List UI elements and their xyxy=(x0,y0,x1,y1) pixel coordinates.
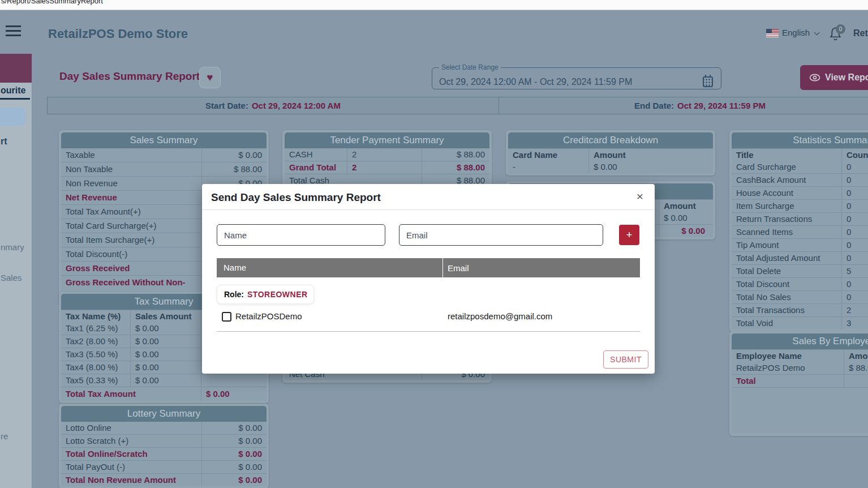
card-name: - xyxy=(508,161,588,173)
role-label: Role: xyxy=(224,290,244,299)
tender-name: CASH xyxy=(285,148,347,161)
stat-title: Item Surcharge xyxy=(732,200,841,212)
sidebar-brand-block xyxy=(0,54,32,83)
row-value: $ 0.00 xyxy=(201,148,267,162)
table-title: Sales Summary xyxy=(61,132,267,148)
name-input[interactable] xyxy=(217,224,385,246)
sales-amount: $ 0.00 xyxy=(130,322,201,335)
table-row: Lotto Scratch (+) $ 0.00 xyxy=(61,434,267,447)
close-icon[interactable]: × xyxy=(637,190,643,203)
table-row: Lotto Online $ 0.00 xyxy=(61,422,267,434)
row-label: Total Card Surcharge(+) xyxy=(61,219,201,233)
sidebar-tab-favourite[interactable]: ourite xyxy=(1,85,25,96)
card-amount: $ 0.00 xyxy=(588,161,713,173)
table-title: Lottery Summary xyxy=(61,406,267,422)
employee-total-row: Total xyxy=(732,374,868,387)
email-column-header: Email xyxy=(443,263,469,273)
table-title: Creditcard Breakdown xyxy=(508,132,713,148)
tax-name: Tax1 (6.25 %) xyxy=(61,322,130,335)
email-input[interactable] xyxy=(399,224,603,246)
recipient-name: RetailzPOSDemo xyxy=(235,311,302,321)
table-row: Total No Sales 0 xyxy=(732,290,868,303)
sidebar-item-store[interactable]: re xyxy=(1,431,8,441)
us-flag-icon xyxy=(766,29,779,37)
stat-count: 5 xyxy=(841,265,868,277)
modal-divider xyxy=(217,331,640,332)
column-header-row: Employee Name Amount xyxy=(732,349,868,362)
sidebar-item-summary[interactable]: nmary xyxy=(1,242,24,252)
date-range-value[interactable]: Oct 29, 2024 12:00 AM - Oct 29, 2024 11:… xyxy=(439,77,632,87)
row-label: Net Revenue xyxy=(61,191,201,204)
table-row: Grand Total 2 $ 88.00 xyxy=(285,161,489,174)
table-row: Total Non Revenue Amount $ 0.00 xyxy=(61,473,267,486)
browser-status-bar: s/Report/SalesSummaryReport xyxy=(0,0,868,10)
sidebar-item-report[interactable]: rt xyxy=(1,136,7,147)
sales-amount: $ 0.00 xyxy=(130,335,201,348)
row-value: $ 0.00 xyxy=(201,435,267,447)
view-report-button[interactable]: View Report xyxy=(800,65,868,90)
stat-title: Total No Sales xyxy=(732,291,841,303)
stat-title: Card Surcharge xyxy=(732,161,841,173)
sidebar: ourite rt nmary Sales re xyxy=(0,54,32,488)
end-date-value: Oct 29, 2024 11:59 PM xyxy=(677,101,766,110)
table-row: CashBack Amount 0 xyxy=(732,173,868,186)
table-row: Non Taxable $ 88.00 xyxy=(61,162,267,176)
calendar-icon[interactable] xyxy=(703,76,713,87)
modal-header: Send Day Sales Summary Report × xyxy=(202,184,655,210)
stat-title: CashBack Amount xyxy=(732,174,841,186)
row-label: Total Online/Scratch xyxy=(61,448,201,460)
employee-name: RetailzPOS Demo xyxy=(732,362,844,374)
stat-title: Total Void xyxy=(732,317,841,329)
tender-amount: $ 88.00 xyxy=(422,148,489,161)
amount-cell: $ 0.00 xyxy=(659,212,713,224)
language-selector[interactable]: English xyxy=(782,28,818,37)
user-menu[interactable]: Ret xyxy=(853,28,868,38)
add-recipient-button[interactable]: + xyxy=(619,225,639,245)
recipient-checkbox[interactable] xyxy=(222,312,231,322)
stat-count: 0 xyxy=(841,291,868,303)
tax-name: Tax4 (8.00 %) xyxy=(61,361,130,374)
row-label: Total Item Surcharge(+) xyxy=(61,233,201,247)
row-label: Gross Received xyxy=(61,262,201,275)
table-row: Total Discount 0 xyxy=(732,277,868,290)
stat-count: 0 xyxy=(841,252,868,264)
end-date-label: End Date: xyxy=(634,101,674,110)
stat-count: 0 xyxy=(841,187,868,199)
eye-icon xyxy=(809,74,820,82)
table-row: Total Online/Scratch $ 0.00 xyxy=(61,447,267,460)
date-range-field[interactable]: Select Date Range Oct 29, 2024 12:00 AM … xyxy=(432,63,721,89)
stat-title: Total Adjusted Amount xyxy=(732,252,841,264)
stat-title: Total Discount xyxy=(732,278,841,290)
sidebar-tab-underline xyxy=(0,98,30,100)
stat-count: 0 xyxy=(841,278,868,290)
sidebar-item-active[interactable] xyxy=(0,108,25,126)
row-label: Lotto Online xyxy=(61,422,201,434)
sales-amount: $ 0.00 xyxy=(130,348,201,361)
total-value: $ 0.00 xyxy=(201,387,267,401)
row-value: $ 0.00 xyxy=(201,461,267,473)
table-title: Statistics Summary xyxy=(732,132,868,148)
table-row: Total PayOut (-) $ 0.00 xyxy=(61,460,267,473)
creditcard-breakdown-table: Creditcard Breakdown Card Name Amount - … xyxy=(506,130,715,175)
favourite-button[interactable]: ♥ xyxy=(199,67,221,88)
chevron-down-icon xyxy=(814,29,820,35)
table-row: Item Surcharge 0 xyxy=(732,199,868,212)
table-row: - $ 0.00 xyxy=(508,161,713,173)
table-row: Total Delete 5 xyxy=(732,264,868,277)
stat-title: Tip Amount xyxy=(732,239,841,251)
sales-amount: $ 0.00 xyxy=(130,361,201,374)
status-url: s/Report/SalesSummaryReport xyxy=(1,0,103,5)
table-row: RetailzPOS Demo $ 88.00 xyxy=(732,362,868,374)
employee-amount: $ 88.00 xyxy=(844,362,868,374)
heart-icon: ♥ xyxy=(207,71,213,83)
menu-icon[interactable] xyxy=(6,25,21,38)
role-chip: Role: STOREOWNER xyxy=(217,285,314,304)
table-row: House Account 0 xyxy=(732,186,868,199)
sidebar-item-sales[interactable]: Sales xyxy=(1,273,22,282)
recipient-row: RetailzPOSDemo retailzposdemo@gmail.com xyxy=(217,310,640,327)
table-row: Total Void 3 xyxy=(732,316,868,329)
submit-button[interactable]: SUBMIT xyxy=(603,350,648,369)
start-date-value: Oct 29, 2024 12:00 AM xyxy=(252,101,341,110)
table-title: Tender Payment Summary xyxy=(285,132,489,148)
start-end-date-bar: Start Date: Oct 29, 2024 12:00 AM End Da… xyxy=(47,97,868,114)
